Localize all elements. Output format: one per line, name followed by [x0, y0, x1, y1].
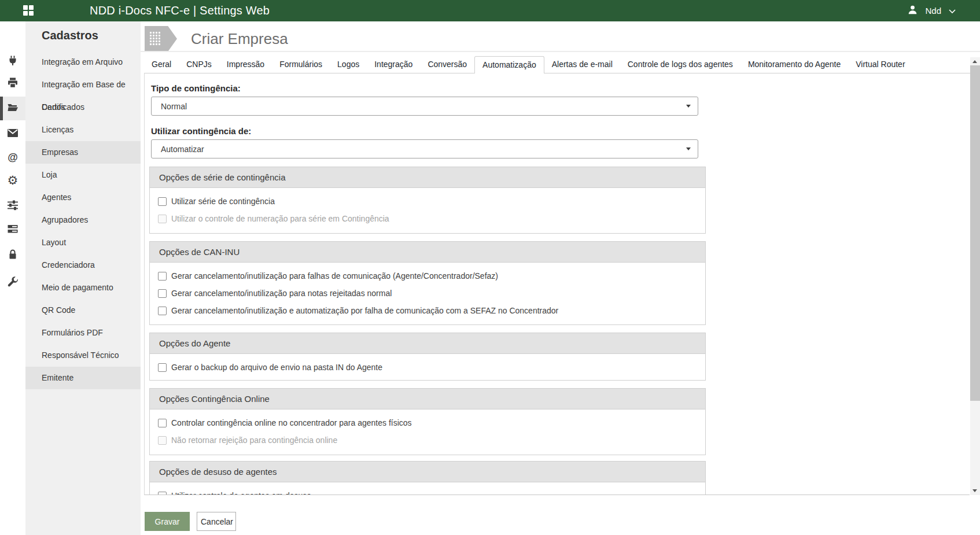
section-desuso-agentes: Opções de desuso de agentes Utilizar con… — [149, 461, 706, 495]
tab-panel-automatizacao: Tipo de contingência: Normal Utilizar co… — [144, 73, 970, 495]
checkbox-label: Gerar cancelamento/inutilização para not… — [171, 289, 392, 298]
tab-impressao[interactable]: Impressão — [219, 56, 272, 73]
envelope-icon[interactable] — [7, 127, 19, 139]
checkbox-row: Gerar o backup do arquivo de envio na pa… — [150, 359, 705, 376]
sidebar-item-integracao-base-dados[interactable]: Integração em Base de Dados — [25, 73, 141, 96]
chevron-down-icon — [949, 6, 956, 16]
checkbox-controle-agentes-desuso[interactable] — [158, 492, 167, 496]
field-label-tipo-contingencia: Tipo de contingência: — [151, 83, 970, 93]
section-serie-contingencia: Opções de série de contingência Utilizar… — [149, 167, 706, 234]
tab-integracao[interactable]: Integração — [367, 56, 420, 73]
scrollbar-up-arrow[interactable] — [972, 60, 977, 63]
tab-monitoramento-agente[interactable]: Monitoramento do Agente — [740, 56, 848, 73]
folder-open-icon[interactable] — [7, 102, 19, 113]
checkbox-label: Gerar cancelamento/inutilização e automa… — [171, 306, 558, 315]
sidebar-item-formularios-pdf[interactable]: Formulários PDF — [25, 322, 141, 344]
main-content: Criar Empresa Geral CNPJs Impressão Form… — [141, 21, 980, 535]
checkbox-row: Utilizar controle de agentes em desuso — [150, 487, 705, 495]
at-sign-icon[interactable]: @ — [7, 152, 19, 163]
checkbox-row: Gerar cancelamento/inutilização para not… — [150, 285, 705, 302]
vertical-scrollbar[interactable] — [970, 57, 980, 495]
tab-logos[interactable]: Logos — [330, 56, 367, 73]
sidebar-item-agentes[interactable]: Agentes — [25, 186, 141, 209]
save-button[interactable]: Gravar — [145, 512, 190, 531]
sidebar-item-integracao-arquivo[interactable]: Integração em Arquivo — [25, 51, 141, 73]
checkbox-backup-pasta-in[interactable] — [158, 363, 167, 372]
app-title: NDD i-Docs NFC-e | Settings Web — [90, 0, 270, 21]
checkbox-caninu-notas-rejeitadas[interactable] — [158, 289, 167, 298]
tab-formularios[interactable]: Formulários — [272, 56, 330, 73]
select-utilizar-contingencia[interactable]: Automatizar — [151, 139, 698, 158]
sliders-icon[interactable] — [7, 200, 19, 211]
section-header: Opções do Agente — [150, 333, 705, 354]
checkbox-label: Utilizar o controle de numeração para sé… — [171, 214, 389, 223]
checkbox-label: Utilizar controle de agentes em desuso — [171, 491, 311, 495]
sidebar-item-emitente[interactable]: Emitente — [25, 367, 141, 389]
scrollbar-down-arrow[interactable] — [972, 489, 977, 492]
cancel-button[interactable]: Cancelar — [197, 512, 236, 531]
checkbox-nao-retornar-rejeicao — [158, 436, 167, 445]
section-header: Opções de desuso de agentes — [150, 462, 705, 482]
checkbox-row: Gerar cancelamento/inutilização e automa… — [150, 302, 705, 319]
sidebar-item-meio-pagamento[interactable]: Meio de pagamento — [25, 276, 141, 299]
tab-geral[interactable]: Geral — [144, 56, 179, 73]
sidebar-item-licencas[interactable]: Licenças — [25, 119, 141, 141]
sidebar-item-empresas[interactable]: Empresas — [25, 141, 141, 164]
sidebar-menu: Integração em Arquivo Integração em Base… — [25, 51, 141, 389]
printer-icon[interactable] — [7, 77, 19, 88]
sidebar-item-layout[interactable]: Layout — [25, 231, 141, 254]
sidebar-item-agrupadores[interactable]: Agrupadores — [25, 209, 141, 231]
checkbox-caninu-automatizacao-sefaz[interactable] — [158, 307, 167, 315]
tab-automatizacao[interactable]: Automatização — [474, 56, 544, 73]
page-title: Criar Empresa — [191, 30, 288, 48]
icon-rail: @ ⚙ F — [0, 21, 25, 535]
section-contingencia-online: Opções Contingência Online Controlar con… — [149, 388, 706, 455]
tab-conversao[interactable]: Conversão — [420, 56, 474, 73]
checkbox-label: Controlar contingência online no concent… — [171, 418, 412, 427]
sidebar-item-qr-code[interactable]: QR Code — [25, 299, 141, 322]
checkbox-row: Utilizar o controle de numeração para sé… — [150, 210, 705, 227]
checkbox-utilizar-serie[interactable] — [158, 197, 167, 206]
topbar: NDD i-Docs NFC-e | Settings Web Ndd — [0, 0, 980, 21]
gear-icon[interactable]: ⚙ — [7, 175, 19, 186]
server-icon[interactable] — [7, 223, 19, 235]
apps-grid-icon[interactable] — [23, 5, 34, 16]
tab-virtual-router[interactable]: Virtual Router — [848, 56, 912, 73]
checkbox-controle-numeracao — [158, 215, 167, 223]
field-label-utilizar-contingencia: Utilizar contingência de: — [151, 126, 970, 136]
app-window: NDD i-Docs NFC-e | Settings Web Ndd @ ⚙ — [0, 0, 980, 535]
tab-cnpjs[interactable]: CNPJs — [179, 56, 219, 73]
wrench-icon[interactable] — [7, 276, 19, 288]
user-menu[interactable]: Ndd — [908, 0, 956, 21]
sidebar-item-credenciadora[interactable]: Credenciadora — [25, 254, 141, 276]
checkbox-label: Gerar cancelamento/inutilização para fal… — [171, 271, 498, 281]
section-header: Opções Contingência Online — [150, 389, 705, 409]
checkbox-row: Utilizar série de contingência — [150, 193, 705, 210]
tab-controle-logs[interactable]: Controle de logs dos agentes — [620, 56, 740, 73]
tab-alertas-email[interactable]: Alertas de e-mail — [544, 56, 620, 73]
user-name: Ndd — [925, 6, 941, 16]
section-agente: Opções do Agente Gerar o backup do arqui… — [149, 333, 706, 381]
select-value: Normal — [161, 102, 187, 111]
select-value: Automatizar — [161, 145, 204, 154]
sidebar: Cadastros Integração em Arquivo Integraç… — [25, 21, 141, 535]
checkbox-row: Gerar cancelamento/inutilização para fal… — [150, 267, 705, 285]
sidebar-item-responsavel-tecnico[interactable]: Responsável Técnico — [25, 344, 141, 367]
checkbox-caninu-falhas-comunicacao[interactable] — [158, 272, 167, 281]
header-divider — [141, 51, 980, 52]
select-caret-icon — [686, 147, 691, 150]
select-tipo-contingencia[interactable]: Normal — [151, 97, 698, 116]
plug-icon[interactable] — [7, 55, 19, 67]
checkbox-row: Controlar contingência online no concent… — [150, 414, 705, 431]
scrollbar-thumb[interactable] — [970, 65, 980, 401]
checkbox-row: Não retornar rejeição para contingência … — [150, 431, 705, 449]
checkbox-label: Gerar o backup do arquivo de envio na pa… — [171, 363, 382, 372]
sidebar-item-loja[interactable]: Loja — [25, 164, 141, 186]
checkbox-label: Não retornar rejeição para contingência … — [171, 436, 337, 445]
sidebar-item-certificados[interactable]: Certificados — [25, 96, 141, 119]
page-header: Criar Empresa — [145, 26, 288, 51]
checkbox-controlar-contingencia-online[interactable] — [158, 419, 167, 427]
sidebar-title: Cadastros — [42, 29, 98, 42]
lock-icon[interactable] — [7, 249, 19, 260]
building-icon — [145, 26, 177, 51]
